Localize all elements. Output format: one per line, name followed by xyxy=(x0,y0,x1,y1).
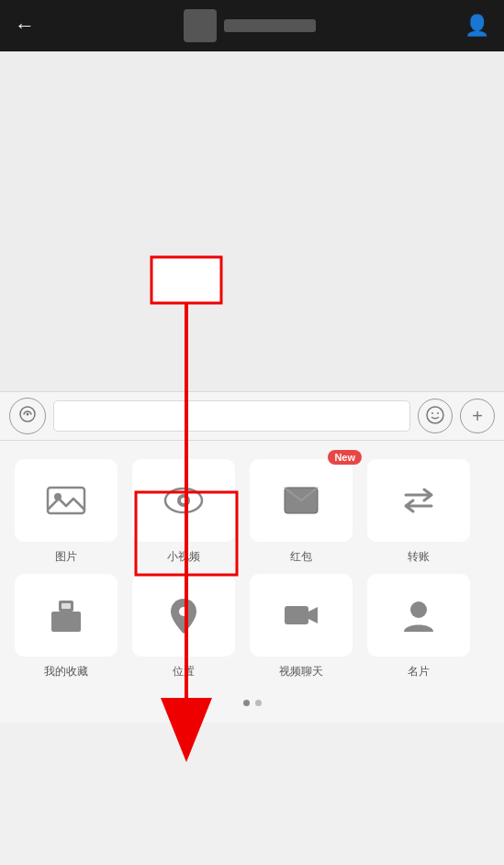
voice-icon xyxy=(18,405,37,427)
header-title-area xyxy=(184,9,316,42)
pagination-dot-1[interactable] xyxy=(243,700,250,706)
contact-avatar xyxy=(184,9,217,42)
card-label: 名片 xyxy=(408,664,430,680)
image-label: 图片 xyxy=(55,549,77,565)
grid-item-location[interactable]: 位置 xyxy=(132,574,235,680)
svg-point-15 xyxy=(179,607,188,616)
svg-point-17 xyxy=(410,601,427,618)
video-icon-box xyxy=(132,459,235,542)
transfer-label: 转账 xyxy=(408,549,430,565)
back-button[interactable]: ← xyxy=(15,14,35,38)
pagination xyxy=(15,689,489,713)
video-label: 小视频 xyxy=(167,549,200,565)
chat-area xyxy=(0,51,504,391)
videochat-icon-box xyxy=(250,574,353,657)
videochat-label: 视频聊天 xyxy=(279,664,323,680)
input-bar: + xyxy=(0,391,504,441)
grid-item-collect[interactable]: 我的收藏 xyxy=(15,574,118,680)
grid-item-hongbao[interactable]: New 红包 xyxy=(250,459,353,565)
svg-point-1 xyxy=(27,413,29,416)
location-icon-box xyxy=(132,574,235,657)
grid-row-1: 图片 小视频 New xyxy=(15,459,489,565)
pagination-dot-2[interactable] xyxy=(255,700,262,706)
svg-point-2 xyxy=(427,407,443,423)
location-label: 位置 xyxy=(173,664,195,680)
svg-rect-5 xyxy=(48,488,84,513)
svg-rect-12 xyxy=(51,612,81,632)
svg-point-3 xyxy=(431,412,433,414)
collect-label: 我的收藏 xyxy=(44,664,88,680)
grid-item-video[interactable]: 小视频 xyxy=(132,459,235,565)
grid-item-videochat[interactable]: 视频聊天 xyxy=(250,574,353,680)
profile-icon[interactable]: 👤 xyxy=(465,14,489,38)
card-icon-box xyxy=(367,574,470,657)
contact-name xyxy=(224,19,316,32)
svg-point-4 xyxy=(437,412,439,414)
emoji-icon xyxy=(425,405,445,428)
plus-icon: + xyxy=(472,406,483,427)
grid-item-card[interactable]: 名片 xyxy=(367,574,470,680)
svg-rect-14 xyxy=(62,603,71,609)
voice-button[interactable] xyxy=(9,398,46,434)
message-input[interactable] xyxy=(53,400,410,432)
svg-rect-16 xyxy=(285,606,308,624)
hongbao-label: 红包 xyxy=(290,549,312,565)
grid-row-2: 我的收藏 位置 视频聊天 xyxy=(15,574,489,680)
grid-item-transfer[interactable]: 转账 xyxy=(367,459,470,565)
transfer-icon-box xyxy=(367,459,470,542)
new-badge: New xyxy=(328,450,362,465)
grid-panel: 图片 小视频 New xyxy=(0,441,504,723)
emoji-button[interactable] xyxy=(418,399,453,433)
svg-point-9 xyxy=(181,498,186,503)
image-icon-box xyxy=(15,459,118,542)
grid-item-image[interactable]: 图片 xyxy=(15,459,118,565)
collect-icon-box xyxy=(15,574,118,657)
plus-button[interactable]: + xyxy=(460,399,495,433)
hongbao-icon-box: New xyxy=(250,459,353,542)
header: ← 👤 xyxy=(0,0,504,51)
